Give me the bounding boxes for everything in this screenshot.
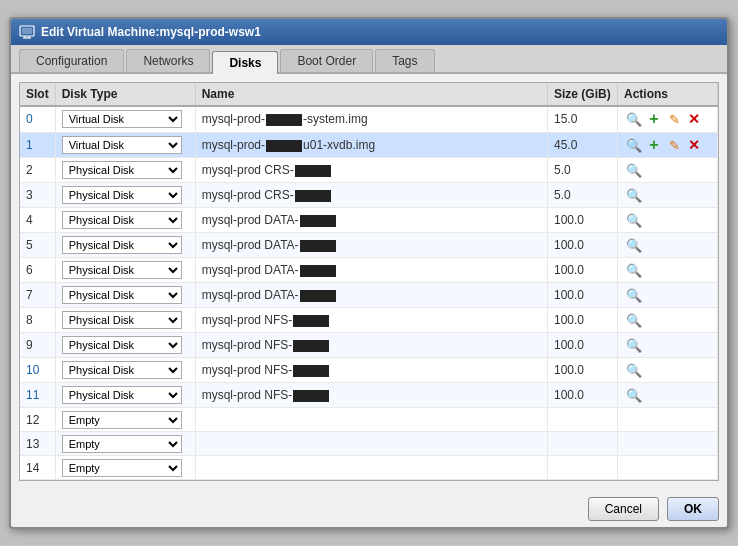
- disk-type-select[interactable]: Virtual DiskPhysical DiskEmpty: [62, 459, 182, 477]
- disk-type-select[interactable]: Virtual DiskPhysical DiskEmpty: [62, 435, 182, 453]
- disk-type-select[interactable]: Virtual DiskPhysical DiskEmpty: [62, 336, 182, 354]
- tab-networks[interactable]: Networks: [126, 49, 210, 72]
- disk-type-select[interactable]: Virtual DiskPhysical DiskEmpty: [62, 211, 182, 229]
- disk-type-cell: Virtual DiskPhysical DiskEmpty: [55, 208, 195, 233]
- table-row: 6Virtual DiskPhysical DiskEmptymysql-pro…: [20, 258, 718, 283]
- disk-type-cell: Virtual DiskPhysical DiskEmpty: [55, 358, 195, 383]
- magnify-button[interactable]: 🔍: [625, 136, 643, 154]
- name-prefix: mysql-prod CRS-: [202, 163, 294, 177]
- magnify-button[interactable]: 🔍: [625, 336, 643, 354]
- add-button[interactable]: +: [645, 136, 663, 154]
- cancel-button[interactable]: Cancel: [588, 497, 659, 521]
- magnify-button[interactable]: 🔍: [625, 211, 643, 229]
- slot-cell: 0: [20, 106, 55, 132]
- table-row: 1Virtual DiskPhysical DiskEmptymysql-pro…: [20, 132, 718, 158]
- disk-type-select[interactable]: Virtual DiskPhysical DiskEmpty: [62, 286, 182, 304]
- name-cell: mysql-prod CRS-: [195, 158, 547, 183]
- disk-type-select[interactable]: Virtual DiskPhysical DiskEmpty: [62, 186, 182, 204]
- name-cell: mysql-prod NFS-: [195, 358, 547, 383]
- name-suffix: -system.img: [303, 112, 368, 126]
- slot-cell: 9: [20, 333, 55, 358]
- disk-type-cell: Virtual DiskPhysical DiskEmpty: [55, 432, 195, 456]
- magnify-button[interactable]: 🔍: [625, 236, 643, 254]
- slot-cell: 10: [20, 358, 55, 383]
- name-cell: mysql-prod DATA-: [195, 208, 547, 233]
- slot-cell: 1: [20, 132, 55, 158]
- col-actions: Actions: [618, 83, 718, 106]
- edit-button[interactable]: ✎: [665, 136, 683, 154]
- name-prefix: mysql-prod NFS-: [202, 313, 293, 327]
- name-cell: [195, 408, 547, 432]
- actions-cell: 🔍: [618, 258, 718, 283]
- magnify-button[interactable]: 🔍: [625, 161, 643, 179]
- disk-type-cell: Virtual DiskPhysical DiskEmpty: [55, 258, 195, 283]
- slot-link[interactable]: 10: [26, 363, 39, 377]
- tab-disks[interactable]: Disks: [212, 51, 278, 74]
- slot-link[interactable]: 1: [26, 138, 33, 152]
- size-cell: [548, 408, 618, 432]
- name-prefix: mysql-prod CRS-: [202, 188, 294, 202]
- disk-type-cell: Virtual DiskPhysical DiskEmpty: [55, 183, 195, 208]
- disk-type-select[interactable]: Virtual DiskPhysical DiskEmpty: [62, 136, 182, 154]
- tab-tags[interactable]: Tags: [375, 49, 434, 72]
- actions-cell: [618, 408, 718, 432]
- name-redacted: [293, 390, 329, 402]
- magnify-button[interactable]: 🔍: [625, 186, 643, 204]
- magnify-button[interactable]: 🔍: [625, 261, 643, 279]
- name-cell: mysql-prod NFS-: [195, 333, 547, 358]
- disk-type-select[interactable]: Virtual DiskPhysical DiskEmpty: [62, 236, 182, 254]
- magnify-button[interactable]: 🔍: [625, 311, 643, 329]
- delete-button[interactable]: ✕: [685, 136, 703, 154]
- disk-type-cell: Virtual DiskPhysical DiskEmpty: [55, 333, 195, 358]
- disk-type-select[interactable]: Virtual DiskPhysical DiskEmpty: [62, 411, 182, 429]
- disk-type-select[interactable]: Virtual DiskPhysical DiskEmpty: [62, 386, 182, 404]
- name-redacted: [300, 215, 336, 227]
- size-cell: 100.0: [548, 358, 618, 383]
- slot-link[interactable]: 11: [26, 388, 39, 402]
- disk-type-select[interactable]: Virtual DiskPhysical DiskEmpty: [62, 311, 182, 329]
- actions-cell: 🔍: [618, 283, 718, 308]
- disk-type-select[interactable]: Virtual DiskPhysical DiskEmpty: [62, 361, 182, 379]
- ok-button[interactable]: OK: [667, 497, 719, 521]
- magnify-button[interactable]: 🔍: [625, 111, 643, 129]
- slot-link[interactable]: 0: [26, 112, 33, 126]
- add-button[interactable]: +: [645, 110, 663, 128]
- name-redacted: [293, 365, 329, 377]
- magnify-button[interactable]: 🔍: [625, 386, 643, 404]
- size-cell: 100.0: [548, 258, 618, 283]
- edit-button[interactable]: ✎: [665, 111, 683, 129]
- tab-boot-order[interactable]: Boot Order: [280, 49, 373, 72]
- table-row: 8Virtual DiskPhysical DiskEmptymysql-pro…: [20, 308, 718, 333]
- disk-type-select[interactable]: Virtual DiskPhysical DiskEmpty: [62, 161, 182, 179]
- actions-cell: 🔍+✎✕: [618, 132, 718, 158]
- disk-type-cell: Virtual DiskPhysical DiskEmpty: [55, 158, 195, 183]
- size-cell: 100.0: [548, 383, 618, 408]
- disk-type-select[interactable]: Virtual DiskPhysical DiskEmpty: [62, 261, 182, 279]
- actions-cell: [618, 456, 718, 480]
- slot-cell: 6: [20, 258, 55, 283]
- name-prefix: mysql-prod DATA-: [202, 213, 299, 227]
- actions-cell: [618, 432, 718, 456]
- disk-table-container: Slot Disk Type Name Size (GiB) Actions 0…: [19, 82, 719, 481]
- slot-cell: 13: [20, 432, 55, 456]
- magnify-button[interactable]: 🔍: [625, 361, 643, 379]
- title-bar: Edit Virtual Machine:mysql-prod-wsw1: [11, 19, 727, 45]
- name-redacted: [293, 315, 329, 327]
- disk-type-select[interactable]: Virtual DiskPhysical DiskEmpty: [62, 110, 182, 128]
- vm-icon: [19, 24, 35, 40]
- size-cell: 100.0: [548, 208, 618, 233]
- actions-cell: 🔍+✎✕: [618, 106, 718, 132]
- delete-button[interactable]: ✕: [685, 110, 703, 128]
- table-row: 3Virtual DiskPhysical DiskEmptymysql-pro…: [20, 183, 718, 208]
- disk-type-cell: Virtual DiskPhysical DiskEmpty: [55, 233, 195, 258]
- size-cell: 5.0: [548, 183, 618, 208]
- actions-cell: 🔍: [618, 208, 718, 233]
- slot-cell: 2: [20, 158, 55, 183]
- magnify-button[interactable]: 🔍: [625, 286, 643, 304]
- table-row: 5Virtual DiskPhysical DiskEmptymysql-pro…: [20, 233, 718, 258]
- disk-type-cell: Virtual DiskPhysical DiskEmpty: [55, 456, 195, 480]
- edit-vm-window: Edit Virtual Machine:mysql-prod-wsw1 Con…: [9, 17, 729, 529]
- tab-configuration[interactable]: Configuration: [19, 49, 124, 72]
- col-size: Size (GiB): [548, 83, 618, 106]
- name-cell: mysql-prod DATA-: [195, 283, 547, 308]
